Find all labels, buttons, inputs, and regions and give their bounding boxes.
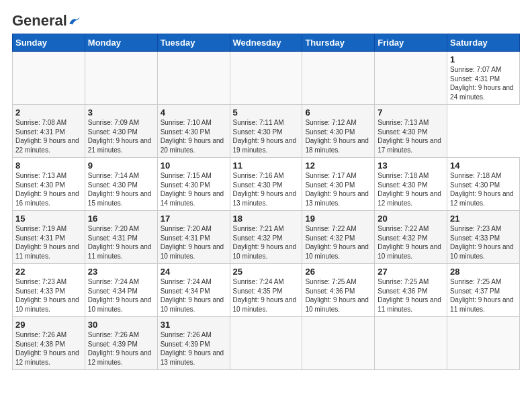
day-number: 9 xyxy=(88,161,154,171)
day-number: 5 xyxy=(233,107,300,118)
calendar-cell: 10Sunrise: 7:15 AMSunset: 4:30 PMDayligh… xyxy=(157,158,230,211)
calendar-cell: 3Sunrise: 7:09 AMSunset: 4:30 PMDaylight… xyxy=(85,105,157,158)
calendar-row: 8Sunrise: 7:13 AMSunset: 4:30 PMDaylight… xyxy=(13,158,520,211)
day-info: Sunrise: 7:18 AMSunset: 4:30 PMDaylight:… xyxy=(450,172,514,207)
calendar-cell: 23Sunrise: 7:24 AMSunset: 4:34 PMDayligh… xyxy=(85,264,157,317)
day-number: 13 xyxy=(378,161,444,171)
day-info: Sunrise: 7:08 AMSunset: 4:31 PMDaylight:… xyxy=(15,119,79,154)
calendar-cell: 1Sunrise: 7:07 AMSunset: 4:31 PMDaylight… xyxy=(447,52,520,105)
day-number: 6 xyxy=(305,107,371,118)
day-number: 11 xyxy=(233,161,300,171)
day-info: Sunrise: 7:25 AMSunset: 4:37 PMDaylight:… xyxy=(450,278,514,313)
day-info: Sunrise: 7:24 AMSunset: 4:34 PMDaylight:… xyxy=(88,278,152,313)
calendar-cell: 21Sunrise: 7:23 AMSunset: 4:33 PMDayligh… xyxy=(447,211,520,264)
day-info: Sunrise: 7:24 AMSunset: 4:35 PMDaylight:… xyxy=(233,278,297,313)
calendar-cell: 20Sunrise: 7:22 AMSunset: 4:32 PMDayligh… xyxy=(375,211,447,264)
day-number: 26 xyxy=(305,267,371,277)
day-info: Sunrise: 7:07 AMSunset: 4:31 PMDaylight:… xyxy=(450,66,514,101)
calendar-cell: 2Sunrise: 7:08 AMSunset: 4:31 PMDaylight… xyxy=(13,105,85,158)
empty-cell xyxy=(230,52,302,105)
day-number: 15 xyxy=(15,214,82,224)
day-number: 31 xyxy=(161,320,227,330)
day-info: Sunrise: 7:23 AMSunset: 4:33 PMDaylight:… xyxy=(15,278,79,313)
calendar-cell: 9Sunrise: 7:14 AMSunset: 4:30 PMDaylight… xyxy=(85,158,157,211)
day-number: 14 xyxy=(450,161,517,171)
day-number: 16 xyxy=(88,214,154,224)
logo-general: General xyxy=(12,12,67,30)
calendar-cell xyxy=(302,317,375,370)
calendar-cell: 14Sunrise: 7:18 AMSunset: 4:30 PMDayligh… xyxy=(447,158,520,211)
day-number: 7 xyxy=(378,107,444,118)
empty-cell xyxy=(302,52,375,105)
day-info: Sunrise: 7:25 AMSunset: 4:36 PMDaylight:… xyxy=(378,278,441,313)
day-header-saturday: Saturday xyxy=(447,34,520,52)
day-number: 29 xyxy=(15,320,82,330)
day-info: Sunrise: 7:26 AMSunset: 4:39 PMDaylight:… xyxy=(88,331,152,366)
day-number: 21 xyxy=(450,214,517,224)
day-number: 10 xyxy=(161,161,227,171)
day-number: 27 xyxy=(378,267,444,277)
calendar-cell: 24Sunrise: 7:24 AMSunset: 4:34 PMDayligh… xyxy=(157,264,230,317)
calendar-cell: 12Sunrise: 7:17 AMSunset: 4:30 PMDayligh… xyxy=(302,158,375,211)
day-info: Sunrise: 7:15 AMSunset: 4:30 PMDaylight:… xyxy=(161,172,224,207)
day-info: Sunrise: 7:20 AMSunset: 4:31 PMDaylight:… xyxy=(88,225,152,260)
day-number: 1 xyxy=(450,54,517,64)
calendar-cell: 11Sunrise: 7:16 AMSunset: 4:30 PMDayligh… xyxy=(230,158,302,211)
day-header-thursday: Thursday xyxy=(302,34,375,52)
calendar-cell xyxy=(447,317,520,370)
day-info: Sunrise: 7:13 AMSunset: 4:30 PMDaylight:… xyxy=(378,119,441,154)
day-info: Sunrise: 7:22 AMSunset: 4:32 PMDaylight:… xyxy=(378,225,441,260)
day-info: Sunrise: 7:13 AMSunset: 4:30 PMDaylight:… xyxy=(15,172,79,207)
calendar-row: 1Sunrise: 7:07 AMSunset: 4:31 PMDaylight… xyxy=(13,52,520,105)
calendar-cell xyxy=(375,317,447,370)
calendar-cell: 8Sunrise: 7:13 AMSunset: 4:30 PMDaylight… xyxy=(13,158,85,211)
calendar-row: 15Sunrise: 7:19 AMSunset: 4:31 PMDayligh… xyxy=(13,211,520,264)
day-info: Sunrise: 7:26 AMSunset: 4:39 PMDaylight:… xyxy=(161,331,224,366)
day-info: Sunrise: 7:24 AMSunset: 4:34 PMDaylight:… xyxy=(161,278,224,313)
empty-cell xyxy=(375,52,447,105)
day-info: Sunrise: 7:09 AMSunset: 4:30 PMDaylight:… xyxy=(88,119,152,154)
empty-cell xyxy=(85,52,157,105)
calendar-row: 29Sunrise: 7:26 AMSunset: 4:38 PMDayligh… xyxy=(13,317,520,370)
calendar-cell: 29Sunrise: 7:26 AMSunset: 4:38 PMDayligh… xyxy=(13,317,85,370)
day-number: 17 xyxy=(161,214,227,224)
calendar-cell: 5Sunrise: 7:11 AMSunset: 4:30 PMDaylight… xyxy=(230,105,302,158)
day-info: Sunrise: 7:26 AMSunset: 4:38 PMDaylight:… xyxy=(15,331,79,366)
day-number: 23 xyxy=(88,267,154,277)
day-info: Sunrise: 7:25 AMSunset: 4:36 PMDaylight:… xyxy=(305,278,369,313)
calendar-cell: 7Sunrise: 7:13 AMSunset: 4:30 PMDaylight… xyxy=(375,105,447,158)
calendar-cell: 6Sunrise: 7:12 AMSunset: 4:30 PMDaylight… xyxy=(302,105,375,158)
calendar-cell: 13Sunrise: 7:18 AMSunset: 4:30 PMDayligh… xyxy=(375,158,447,211)
day-number: 25 xyxy=(233,267,300,277)
calendar-cell xyxy=(230,317,302,370)
day-number: 24 xyxy=(161,267,227,277)
calendar-row: 2Sunrise: 7:08 AMSunset: 4:31 PMDaylight… xyxy=(13,105,520,158)
page: General SundayMondayTuesdayWednesdayThur… xyxy=(0,0,532,411)
calendar-cell: 16Sunrise: 7:20 AMSunset: 4:31 PMDayligh… xyxy=(85,211,157,264)
day-info: Sunrise: 7:17 AMSunset: 4:30 PMDaylight:… xyxy=(305,172,369,207)
day-info: Sunrise: 7:18 AMSunset: 4:30 PMDaylight:… xyxy=(378,172,441,207)
day-info: Sunrise: 7:19 AMSunset: 4:31 PMDaylight:… xyxy=(15,225,79,260)
day-info: Sunrise: 7:14 AMSunset: 4:30 PMDaylight:… xyxy=(88,172,152,207)
day-number: 30 xyxy=(88,320,154,330)
day-info: Sunrise: 7:12 AMSunset: 4:30 PMDaylight:… xyxy=(305,119,369,154)
calendar-cell: 17Sunrise: 7:20 AMSunset: 4:31 PMDayligh… xyxy=(157,211,230,264)
calendar-cell: 25Sunrise: 7:24 AMSunset: 4:35 PMDayligh… xyxy=(230,264,302,317)
calendar-cell: 4Sunrise: 7:10 AMSunset: 4:30 PMDaylight… xyxy=(157,105,230,158)
logo: General xyxy=(12,12,81,27)
day-header-wednesday: Wednesday xyxy=(230,34,302,52)
day-info: Sunrise: 7:20 AMSunset: 4:31 PMDaylight:… xyxy=(161,225,224,260)
day-number: 28 xyxy=(450,267,517,277)
calendar-table: SundayMondayTuesdayWednesdayThursdayFrid… xyxy=(12,34,520,370)
day-header-monday: Monday xyxy=(85,34,157,52)
calendar-cell: 15Sunrise: 7:19 AMSunset: 4:31 PMDayligh… xyxy=(13,211,85,264)
day-info: Sunrise: 7:22 AMSunset: 4:32 PMDaylight:… xyxy=(305,225,369,260)
day-number: 20 xyxy=(378,214,444,224)
day-header-friday: Friday xyxy=(375,34,447,52)
calendar-cell: 18Sunrise: 7:21 AMSunset: 4:32 PMDayligh… xyxy=(230,211,302,264)
header: General xyxy=(12,12,520,27)
calendar-cell: 30Sunrise: 7:26 AMSunset: 4:39 PMDayligh… xyxy=(85,317,157,370)
logo-bird-icon xyxy=(69,16,81,26)
day-number: 19 xyxy=(305,214,371,224)
day-info: Sunrise: 7:11 AMSunset: 4:30 PMDaylight:… xyxy=(233,119,297,154)
